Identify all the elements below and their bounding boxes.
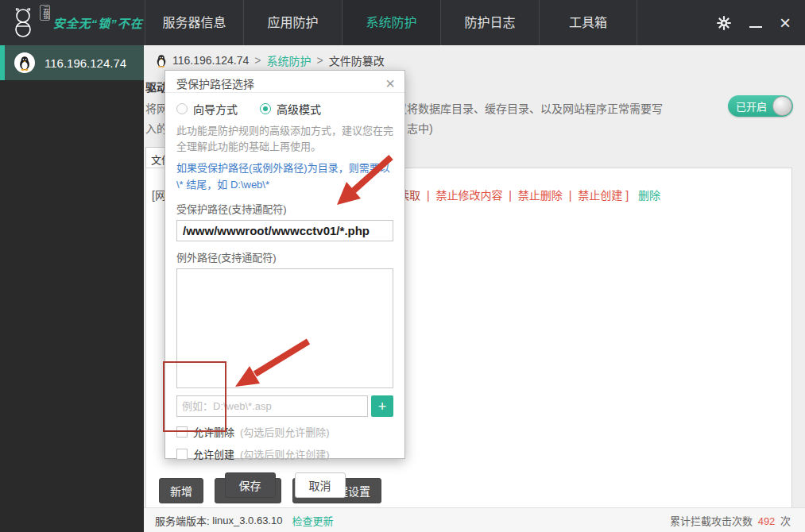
file-tamper-tab-fragment[interactable]: 文件防篡改 xyxy=(145,147,165,168)
cancel-button[interactable]: 取消 xyxy=(295,472,346,498)
brand-mascot-icon xyxy=(11,7,37,39)
breadcrumb: 116.196.124.74 > 系统防护 > 文件防篡改 xyxy=(156,52,385,68)
tab-toolbox[interactable]: 工具箱 xyxy=(539,0,637,45)
rule-separator: | xyxy=(569,189,572,202)
attack-counter-value: 492 xyxy=(758,515,776,527)
status-bar: 服务端版本: linux_3.0.63.10 检查更新 累计拦截攻击次数 492… xyxy=(144,507,805,532)
add-path-row: + xyxy=(176,395,393,417)
brand-logo: 云锁 安全无“锁”不在 xyxy=(0,0,145,45)
title-bar: 云锁 安全无“锁”不在 服务器信息 应用防护 系统防护 防护日志 工具箱 xyxy=(0,0,805,45)
radio-wizard-label: 向导方式 xyxy=(193,101,238,117)
allow-create-row: 允许创建 (勾选后则允许创建) xyxy=(176,446,393,461)
attack-counter: 累计拦截攻击次数 492 次 xyxy=(670,513,791,528)
breadcrumb-section[interactable]: 系统防护 xyxy=(266,52,311,68)
intro-text-fragment-left: 将网 xyxy=(145,100,166,116)
tab-server-info[interactable]: 服务器信息 xyxy=(145,0,243,45)
dialog-buttons: 保存 取消 xyxy=(176,472,393,498)
allow-delete-row: 允许删除 (勾选后则允许删除) xyxy=(176,424,393,439)
server-sidebar: 116.196.124.74 xyxy=(0,45,144,532)
sidebar-server-ip: 116.196.124.74 xyxy=(45,56,126,70)
dialog-header: 受保护路径选择 × xyxy=(165,71,404,93)
radio-circle-icon[interactable] xyxy=(176,103,188,114)
allow-delete-checkbox[interactable] xyxy=(176,426,188,438)
main-nav: 服务器信息 应用防护 系统防护 防护日志 工具箱 xyxy=(145,0,637,45)
exception-path-textarea[interactable] xyxy=(176,268,393,388)
server-version-value: linux_3.0.63.10 xyxy=(212,515,282,526)
allow-create-checkbox[interactable] xyxy=(176,449,188,460)
breadcrumb-separator: > xyxy=(316,54,323,67)
allow-delete-hint: (勾选后则允许删除) xyxy=(240,424,330,439)
settings-gear-icon[interactable] xyxy=(716,15,732,31)
tab-protection-logs[interactable]: 防护日志 xyxy=(440,0,539,45)
attack-counter-unit: 次 xyxy=(780,515,791,527)
dialog-hint: 如果受保护路径(或例外路径)为目录，则需要以 \* 结尾，如 D:\web\* xyxy=(176,160,393,193)
add-path-plus-button[interactable]: + xyxy=(371,395,393,417)
toggle-label: 已开启 xyxy=(736,98,767,114)
breadcrumb-server[interactable]: 116.196.124.74 xyxy=(172,54,249,67)
tab-system-protection[interactable]: 系统防护 xyxy=(342,0,440,45)
close-icon[interactable]: × xyxy=(780,13,791,33)
dialog-title: 受保护路径选择 xyxy=(176,75,254,91)
attack-counter-label: 累计拦截攻击次数 xyxy=(670,515,753,527)
breadcrumb-page: 文件防篡改 xyxy=(329,52,385,68)
rule-perm-delete: 禁止删除 xyxy=(518,189,563,202)
rule-bracket: ] xyxy=(625,189,629,202)
protection-toggle-on[interactable]: 已开启 xyxy=(728,95,793,117)
mode-radio-group: 向导方式 高级模式 xyxy=(176,101,393,117)
brand-badge: 云锁 xyxy=(40,5,50,21)
window-controls: × xyxy=(716,0,805,45)
breadcrumb-penguin-icon xyxy=(156,54,167,67)
protected-path-input[interactable] xyxy=(176,220,393,241)
rule-row-fragment-right: 读取 | 禁止修改内容 | 禁止删除 | 禁止创建 ] 删除 xyxy=(398,187,660,202)
radio-advanced-label: 高级模式 xyxy=(277,101,321,117)
protected-path-label: 受保护路径(支持通配符) xyxy=(176,201,393,216)
sidebar-item-server[interactable]: 116.196.124.74 xyxy=(0,45,144,80)
intro-text-fragment-right: 志中) xyxy=(407,120,455,136)
check-update-link[interactable]: 检查更新 xyxy=(292,513,333,528)
rule-separator: | xyxy=(509,189,512,202)
rule-perm-create: 禁止创建 xyxy=(578,189,622,202)
tab-app-protection[interactable]: 应用防护 xyxy=(243,0,342,45)
toggle-knob[interactable] xyxy=(772,96,792,116)
dialog-description: 此功能是防护规则的高级添加方式，建议您在完全理解此功能的基础上再使用。 xyxy=(176,123,393,155)
exception-path-label: 例外路径(支持通配符) xyxy=(176,249,393,264)
dialog-close-icon[interactable]: × xyxy=(385,75,395,91)
minimize-icon[interactable] xyxy=(749,26,762,28)
app-window: 云锁 安全无“锁”不在 服务器信息 应用防护 系统防护 防护日志 工具箱 xyxy=(0,0,805,532)
linux-penguin-icon xyxy=(14,52,35,73)
allow-delete-label: 允许删除 xyxy=(193,424,234,439)
rule-delete-link[interactable]: 删除 xyxy=(638,189,660,202)
rule-perm-modify: 禁止修改内容 xyxy=(435,189,502,202)
radio-wizard-mode[interactable]: 向导方式 xyxy=(176,101,238,117)
allow-create-hint: (勾选后则允许创建) xyxy=(240,446,330,461)
intro-text-fragment-right: 议将数据库目录、缓存目录、以及网站程序正常需要写 xyxy=(396,100,690,116)
breadcrumb-separator: > xyxy=(254,54,261,67)
server-version-label: 服务端版本: xyxy=(155,513,210,528)
add-path-input[interactable] xyxy=(176,395,368,417)
protected-path-dialog: 受保护路径选择 × 向导方式 高级模式 此功能是防护规则的高级添加方式，建议您在… xyxy=(164,70,405,459)
brand-slogan: 安全无“锁”不在 xyxy=(53,14,143,31)
save-button[interactable]: 保存 xyxy=(225,472,276,498)
radio-circle-icon-selected[interactable] xyxy=(260,103,271,114)
rule-separator: | xyxy=(427,189,430,202)
intro-title-fragment: 驱动 xyxy=(145,79,166,94)
intro-text-fragment-left: 入的 xyxy=(145,120,166,136)
radio-advanced-mode[interactable]: 高级模式 xyxy=(260,101,321,117)
allow-create-label: 允许创建 xyxy=(193,446,234,461)
